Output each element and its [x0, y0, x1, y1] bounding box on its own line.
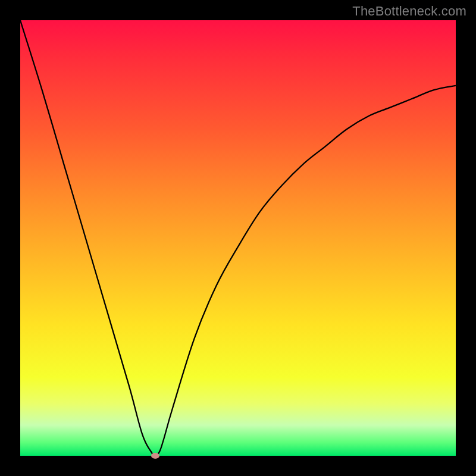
- chart-frame: TheBottleneck.com: [0, 0, 476, 476]
- watermark-text: TheBottleneck.com: [352, 4, 466, 19]
- bottleneck-curve-path: [20, 20, 456, 456]
- optimum-marker: [151, 453, 159, 459]
- plot-area: [20, 20, 456, 456]
- chart-svg: [20, 20, 456, 456]
